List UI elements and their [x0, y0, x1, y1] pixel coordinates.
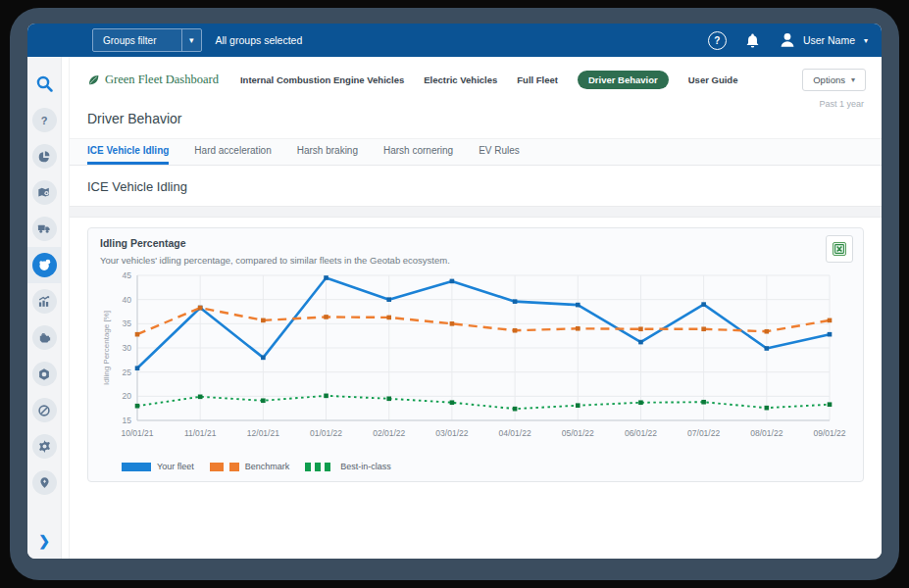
sidebar-item-engine[interactable] — [27, 319, 61, 356]
chart-title: Idling Percentage — [100, 237, 851, 249]
tab-ice-vehicle-idling[interactable]: ICE Vehicle Idling — [87, 139, 169, 165]
options-label: Options — [813, 74, 845, 85]
legend-label: Benchmark — [245, 462, 290, 471]
nav-user-guide[interactable]: User Guide — [688, 74, 738, 85]
svg-text:10/01/21: 10/01/21 — [121, 428, 153, 438]
page-title: Driver Behavior — [70, 109, 882, 126]
section-title: ICE Vehicle Idling — [70, 166, 882, 206]
nav-driver-behavior[interactable]: Driver Behavior — [578, 71, 669, 89]
sidebar-gap — [62, 57, 70, 559]
tab-harsh-braking[interactable]: Harsh braking — [297, 139, 358, 165]
engine-maintenance-icon — [37, 330, 52, 345]
help-circle-icon[interactable]: ? — [708, 31, 727, 50]
speed-compass-icon — [37, 404, 51, 417]
map-icon — [37, 186, 51, 200]
sidebar-item-zones[interactable] — [27, 465, 61, 501]
svg-text:40: 40 — [123, 295, 132, 305]
user-menu[interactable]: User Name ▾ — [779, 31, 868, 49]
svg-text:05/01/22: 05/01/22 — [562, 428, 594, 438]
notifications-bell-icon[interactable] — [744, 32, 761, 49]
sidebar-item-map[interactable] — [27, 174, 61, 211]
legend-swatch — [210, 463, 239, 471]
sidebar-item-settings[interactable] — [27, 428, 61, 465]
svg-text:06/01/22: 06/01/22 — [625, 428, 657, 438]
sidebar-item-green-fleet[interactable] — [27, 247, 61, 283]
options-button[interactable]: Options ▾ — [802, 69, 866, 91]
svg-text:30: 30 — [123, 343, 132, 353]
svg-text:09/01/22: 09/01/22 — [813, 428, 845, 438]
svg-text:04/01/22: 04/01/22 — [499, 428, 531, 438]
chevron-down-icon: ▾ — [851, 75, 855, 84]
app-logo-text: Green Fleet Dashboard — [105, 73, 219, 87]
sidebar-item-speed[interactable] — [27, 392, 61, 428]
svg-text:15: 15 — [123, 416, 132, 425]
svg-text:Idling Percentage [%]: Idling Percentage [%] — [102, 311, 111, 385]
legend-item[interactable]: Your fleet — [122, 462, 194, 471]
svg-text:01/01/22: 01/01/22 — [310, 428, 342, 438]
screen: Groups filter ▾ All groups selected ? Us… — [0, 0, 909, 588]
groups-status-text: All groups selected — [216, 34, 303, 46]
window-frame: Groups filter ▾ All groups selected ? Us… — [10, 8, 899, 580]
period-label: Past 1 year — [819, 99, 864, 109]
green-fleet-icon — [37, 258, 52, 272]
main-content: Green Fleet Dashboard Internal Combustio… — [70, 57, 882, 559]
svg-text:07/01/22: 07/01/22 — [687, 428, 720, 438]
hardware-nut-icon — [37, 368, 51, 381]
svg-text:08/01/22: 08/01/22 — [750, 428, 783, 438]
tab-harsh-cornering[interactable]: Harsh cornering — [383, 139, 453, 165]
excel-export-icon — [832, 241, 847, 257]
divider — [70, 206, 882, 218]
tab-hard-acceleration[interactable]: Hard acceleration — [194, 139, 271, 165]
svg-text:25: 25 — [123, 368, 132, 377]
expand-sidebar-chevron[interactable]: ❯ — [27, 533, 61, 549]
app-logo: Green Fleet Dashboard — [87, 73, 219, 87]
activity-pie-icon — [37, 150, 51, 164]
sidebar-item-hardware[interactable] — [27, 356, 61, 392]
user-avatar-icon — [779, 31, 796, 49]
sidebar: ? ❯ — [27, 57, 62, 559]
zones-pin-icon — [38, 476, 51, 489]
legend-label: Your fleet — [157, 462, 194, 471]
svg-text:35: 35 — [123, 318, 132, 328]
groups-filter-dropdown[interactable]: Groups filter ▾ — [92, 28, 202, 52]
dashboard-nav: Internal Combustion Engine Vehicles Elec… — [240, 71, 738, 89]
chart-legend: Your fleetBenchmarkBest-in-class — [100, 460, 851, 475]
sidebar-item-vehicles[interactable] — [27, 211, 61, 247]
sidebar-item-activity[interactable] — [27, 138, 61, 174]
legend-item[interactable]: Benchmark — [210, 462, 290, 471]
behavior-tabs: ICE Vehicle Idling Hard acceleration Har… — [70, 138, 882, 166]
legend-label: Best-in-class — [340, 462, 391, 471]
leaf-icon — [87, 74, 100, 86]
nav-full-fleet[interactable]: Full Fleet — [517, 74, 558, 85]
nav-ice-vehicles[interactable]: Internal Combustion Engine Vehicles — [240, 74, 404, 85]
settings-gear-icon — [37, 439, 52, 454]
legend-swatch — [122, 463, 151, 471]
svg-text:02/01/22: 02/01/22 — [373, 428, 405, 438]
sidebar-item-help[interactable]: ? — [27, 102, 61, 138]
topbar: Groups filter ▾ All groups selected ? Us… — [27, 24, 882, 57]
user-name-label: User Name — [803, 34, 855, 46]
excel-export-button[interactable] — [826, 235, 853, 263]
idling-percentage-card: Idling Percentage Your vehicles' idling … — [87, 227, 864, 482]
svg-text:20: 20 — [123, 391, 132, 401]
legend-item[interactable]: Best-in-class — [305, 462, 391, 471]
idling-chart: 10/01/2111/01/2112/01/2101/01/2202/01/22… — [100, 268, 855, 456]
chevron-down-icon[interactable]: ▾ — [181, 29, 201, 51]
nav-electric-vehicles[interactable]: Electric Vehicles — [424, 74, 497, 85]
vehicles-truck-icon — [37, 221, 52, 236]
tab-ev-rules[interactable]: EV Rules — [479, 139, 520, 165]
app-window: Groups filter ▾ All groups selected ? Us… — [27, 24, 882, 559]
help-icon: ? — [32, 108, 57, 132]
sidebar-item-search[interactable] — [27, 66, 61, 102]
chart-subtitle: Your vehicles' idling percentage, compar… — [100, 255, 851, 266]
groups-filter-label: Groups filter — [93, 29, 181, 51]
chart-area: 10/01/2111/01/2112/01/2101/01/2202/01/22… — [100, 268, 851, 460]
search-icon — [35, 74, 54, 93]
dashboard-header: Green Fleet Dashboard Internal Combustio… — [70, 57, 882, 95]
svg-text:11/01/21: 11/01/21 — [184, 428, 217, 438]
svg-text:03/01/22: 03/01/22 — [435, 428, 468, 438]
svg-text:45: 45 — [123, 270, 132, 280]
svg-text:12/01/21: 12/01/21 — [247, 428, 279, 438]
productivity-chart-icon — [37, 295, 51, 309]
sidebar-item-productivity[interactable] — [27, 283, 61, 319]
